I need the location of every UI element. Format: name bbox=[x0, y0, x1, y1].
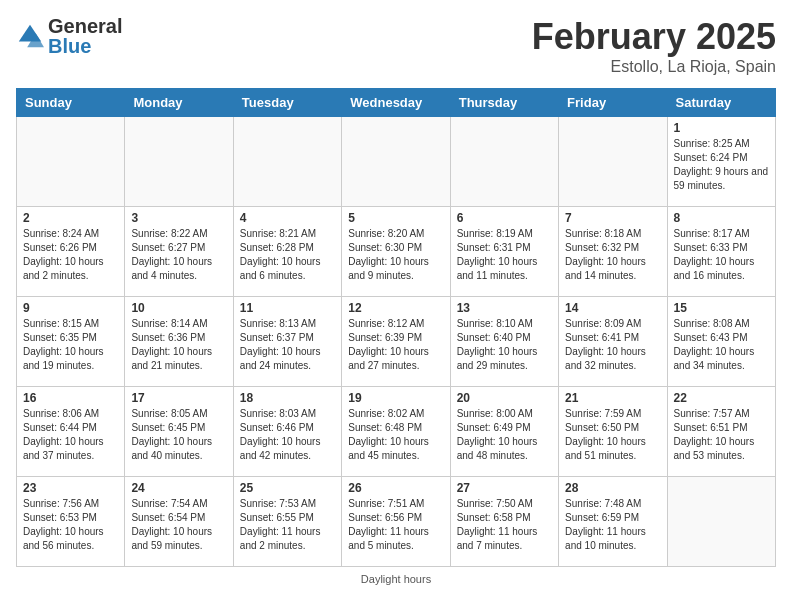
calendar-day-header: Thursday bbox=[450, 89, 558, 117]
day-info: Sunrise: 8:24 AM Sunset: 6:26 PM Dayligh… bbox=[23, 227, 118, 283]
calendar-day-cell: 14Sunrise: 8:09 AM Sunset: 6:41 PM Dayli… bbox=[559, 297, 667, 387]
calendar-day-cell: 1Sunrise: 8:25 AM Sunset: 6:24 PM Daylig… bbox=[667, 117, 775, 207]
day-info: Sunrise: 8:09 AM Sunset: 6:41 PM Dayligh… bbox=[565, 317, 660, 373]
day-number: 17 bbox=[131, 391, 226, 405]
day-info: Sunrise: 8:13 AM Sunset: 6:37 PM Dayligh… bbox=[240, 317, 335, 373]
day-info: Sunrise: 8:02 AM Sunset: 6:48 PM Dayligh… bbox=[348, 407, 443, 463]
header: General Blue February 2025 Estollo, La R… bbox=[16, 16, 776, 76]
calendar-week-row: 9Sunrise: 8:15 AM Sunset: 6:35 PM Daylig… bbox=[17, 297, 776, 387]
day-number: 5 bbox=[348, 211, 443, 225]
calendar-day-cell: 24Sunrise: 7:54 AM Sunset: 6:54 PM Dayli… bbox=[125, 477, 233, 567]
calendar-day-cell: 27Sunrise: 7:50 AM Sunset: 6:58 PM Dayli… bbox=[450, 477, 558, 567]
calendar-day-cell: 13Sunrise: 8:10 AM Sunset: 6:40 PM Dayli… bbox=[450, 297, 558, 387]
calendar-day-cell: 26Sunrise: 7:51 AM Sunset: 6:56 PM Dayli… bbox=[342, 477, 450, 567]
calendar-day-cell bbox=[342, 117, 450, 207]
day-number: 14 bbox=[565, 301, 660, 315]
calendar-day-cell: 28Sunrise: 7:48 AM Sunset: 6:59 PM Dayli… bbox=[559, 477, 667, 567]
calendar-day-cell: 6Sunrise: 8:19 AM Sunset: 6:31 PM Daylig… bbox=[450, 207, 558, 297]
calendar-day-cell: 12Sunrise: 8:12 AM Sunset: 6:39 PM Dayli… bbox=[342, 297, 450, 387]
day-info: Sunrise: 8:19 AM Sunset: 6:31 PM Dayligh… bbox=[457, 227, 552, 283]
day-info: Sunrise: 7:53 AM Sunset: 6:55 PM Dayligh… bbox=[240, 497, 335, 553]
daylight-hours-label: Daylight hours bbox=[361, 573, 431, 585]
calendar-week-row: 16Sunrise: 8:06 AM Sunset: 6:44 PM Dayli… bbox=[17, 387, 776, 477]
calendar-day-cell bbox=[667, 477, 775, 567]
calendar-day-cell: 10Sunrise: 8:14 AM Sunset: 6:36 PM Dayli… bbox=[125, 297, 233, 387]
calendar-table: SundayMondayTuesdayWednesdayThursdayFrid… bbox=[16, 88, 776, 567]
day-info: Sunrise: 8:25 AM Sunset: 6:24 PM Dayligh… bbox=[674, 137, 769, 193]
day-number: 13 bbox=[457, 301, 552, 315]
calendar-day-cell bbox=[125, 117, 233, 207]
calendar-day-cell: 22Sunrise: 7:57 AM Sunset: 6:51 PM Dayli… bbox=[667, 387, 775, 477]
day-info: Sunrise: 7:59 AM Sunset: 6:50 PM Dayligh… bbox=[565, 407, 660, 463]
calendar-day-header: Tuesday bbox=[233, 89, 341, 117]
day-number: 2 bbox=[23, 211, 118, 225]
calendar-day-cell: 4Sunrise: 8:21 AM Sunset: 6:28 PM Daylig… bbox=[233, 207, 341, 297]
logo: General Blue bbox=[16, 16, 122, 56]
day-info: Sunrise: 8:20 AM Sunset: 6:30 PM Dayligh… bbox=[348, 227, 443, 283]
calendar-day-cell: 8Sunrise: 8:17 AM Sunset: 6:33 PM Daylig… bbox=[667, 207, 775, 297]
month-year: February 2025 bbox=[532, 16, 776, 58]
calendar-day-cell bbox=[17, 117, 125, 207]
calendar-day-cell: 7Sunrise: 8:18 AM Sunset: 6:32 PM Daylig… bbox=[559, 207, 667, 297]
day-info: Sunrise: 8:22 AM Sunset: 6:27 PM Dayligh… bbox=[131, 227, 226, 283]
day-info: Sunrise: 7:48 AM Sunset: 6:59 PM Dayligh… bbox=[565, 497, 660, 553]
calendar-day-cell bbox=[559, 117, 667, 207]
day-info: Sunrise: 8:03 AM Sunset: 6:46 PM Dayligh… bbox=[240, 407, 335, 463]
calendar-week-row: 23Sunrise: 7:56 AM Sunset: 6:53 PM Dayli… bbox=[17, 477, 776, 567]
location: Estollo, La Rioja, Spain bbox=[532, 58, 776, 76]
day-number: 25 bbox=[240, 481, 335, 495]
calendar-day-header: Sunday bbox=[17, 89, 125, 117]
calendar-day-cell: 15Sunrise: 8:08 AM Sunset: 6:43 PM Dayli… bbox=[667, 297, 775, 387]
calendar-day-cell: 18Sunrise: 8:03 AM Sunset: 6:46 PM Dayli… bbox=[233, 387, 341, 477]
day-info: Sunrise: 8:18 AM Sunset: 6:32 PM Dayligh… bbox=[565, 227, 660, 283]
day-number: 7 bbox=[565, 211, 660, 225]
day-info: Sunrise: 8:08 AM Sunset: 6:43 PM Dayligh… bbox=[674, 317, 769, 373]
day-number: 26 bbox=[348, 481, 443, 495]
day-number: 3 bbox=[131, 211, 226, 225]
calendar-day-cell: 3Sunrise: 8:22 AM Sunset: 6:27 PM Daylig… bbox=[125, 207, 233, 297]
day-number: 4 bbox=[240, 211, 335, 225]
day-number: 6 bbox=[457, 211, 552, 225]
day-number: 1 bbox=[674, 121, 769, 135]
day-number: 22 bbox=[674, 391, 769, 405]
day-info: Sunrise: 8:10 AM Sunset: 6:40 PM Dayligh… bbox=[457, 317, 552, 373]
calendar-day-cell: 25Sunrise: 7:53 AM Sunset: 6:55 PM Dayli… bbox=[233, 477, 341, 567]
calendar-day-cell: 17Sunrise: 8:05 AM Sunset: 6:45 PM Dayli… bbox=[125, 387, 233, 477]
calendar-week-row: 1Sunrise: 8:25 AM Sunset: 6:24 PM Daylig… bbox=[17, 117, 776, 207]
day-number: 27 bbox=[457, 481, 552, 495]
page: General Blue February 2025 Estollo, La R… bbox=[0, 0, 792, 601]
calendar-day-cell: 16Sunrise: 8:06 AM Sunset: 6:44 PM Dayli… bbox=[17, 387, 125, 477]
day-info: Sunrise: 7:50 AM Sunset: 6:58 PM Dayligh… bbox=[457, 497, 552, 553]
logo-blue: Blue bbox=[48, 36, 122, 56]
day-info: Sunrise: 8:00 AM Sunset: 6:49 PM Dayligh… bbox=[457, 407, 552, 463]
day-number: 9 bbox=[23, 301, 118, 315]
calendar-day-cell: 23Sunrise: 7:56 AM Sunset: 6:53 PM Dayli… bbox=[17, 477, 125, 567]
day-number: 19 bbox=[348, 391, 443, 405]
calendar-day-cell bbox=[233, 117, 341, 207]
day-info: Sunrise: 7:56 AM Sunset: 6:53 PM Dayligh… bbox=[23, 497, 118, 553]
logo-general: General bbox=[48, 16, 122, 36]
calendar-header-row: SundayMondayTuesdayWednesdayThursdayFrid… bbox=[17, 89, 776, 117]
day-number: 10 bbox=[131, 301, 226, 315]
calendar-day-cell bbox=[450, 117, 558, 207]
logo-icon bbox=[16, 22, 44, 50]
day-number: 11 bbox=[240, 301, 335, 315]
day-number: 21 bbox=[565, 391, 660, 405]
calendar-week-row: 2Sunrise: 8:24 AM Sunset: 6:26 PM Daylig… bbox=[17, 207, 776, 297]
day-info: Sunrise: 8:15 AM Sunset: 6:35 PM Dayligh… bbox=[23, 317, 118, 373]
calendar-day-cell: 2Sunrise: 8:24 AM Sunset: 6:26 PM Daylig… bbox=[17, 207, 125, 297]
day-info: Sunrise: 7:57 AM Sunset: 6:51 PM Dayligh… bbox=[674, 407, 769, 463]
day-info: Sunrise: 7:54 AM Sunset: 6:54 PM Dayligh… bbox=[131, 497, 226, 553]
calendar-day-cell: 19Sunrise: 8:02 AM Sunset: 6:48 PM Dayli… bbox=[342, 387, 450, 477]
day-number: 16 bbox=[23, 391, 118, 405]
day-number: 18 bbox=[240, 391, 335, 405]
day-number: 24 bbox=[131, 481, 226, 495]
calendar-day-cell: 20Sunrise: 8:00 AM Sunset: 6:49 PM Dayli… bbox=[450, 387, 558, 477]
day-info: Sunrise: 8:17 AM Sunset: 6:33 PM Dayligh… bbox=[674, 227, 769, 283]
calendar-day-header: Saturday bbox=[667, 89, 775, 117]
footer: Daylight hours bbox=[16, 573, 776, 585]
calendar-day-cell: 11Sunrise: 8:13 AM Sunset: 6:37 PM Dayli… bbox=[233, 297, 341, 387]
calendar-day-header: Wednesday bbox=[342, 89, 450, 117]
day-number: 20 bbox=[457, 391, 552, 405]
day-number: 23 bbox=[23, 481, 118, 495]
